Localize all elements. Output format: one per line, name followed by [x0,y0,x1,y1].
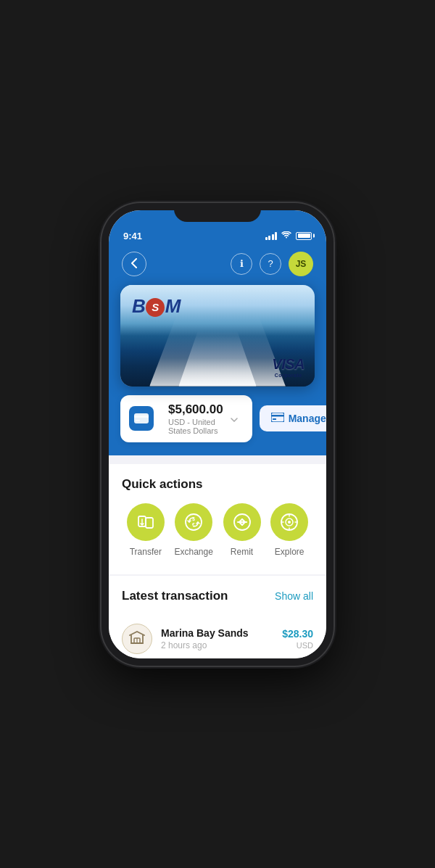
txn-amount-1: $28.30 [282,628,313,640]
header-right: ℹ ? JS [231,252,313,276]
help-button[interactable]: ? [260,253,281,275]
txn-currency-1: USD [282,641,313,650]
transactions-section: Latest transaction Show all [109,576,326,658]
txn-icon-1 [122,624,152,654]
battery-icon [296,232,312,240]
back-button[interactable] [122,252,146,276]
exchange-label: Exchange [174,547,212,557]
info-icon: ℹ [240,258,244,269]
txn-merchant-icon-1 [129,629,145,648]
action-remit[interactable]: Remit [223,503,261,557]
phone-frame: 9:41 [102,203,334,666]
avatar-initials: JS [296,259,307,269]
quick-actions-grid: Transfer $ € [122,503,313,557]
explore-icon-wrap [270,503,308,541]
explore-label: Explore [275,547,304,557]
avatar-button[interactable]: JS [289,252,313,276]
txn-info-1: Marina Bay Sands 2 hours ago [161,627,273,650]
balance-info: $5,600.00 USD - United States Dollars [168,402,223,435]
balance-chevron-icon[interactable] [231,413,238,424]
remit-icon-wrap [223,503,261,541]
remit-label: Remit [231,547,253,557]
phone-notch [174,203,261,222]
balance-amount: $5,600.00 [168,402,223,417]
balance-card: $5,600.00 USD - United States Dollars [120,395,252,442]
visa-label: VISA [272,356,304,373]
show-all-link[interactable]: Show all [275,590,313,602]
card-brand-logo: BSM [132,295,180,318]
svg-point-14 [288,521,291,524]
help-icon: ? [268,258,273,269]
screen-content[interactable]: 9:41 [109,210,326,658]
svg-rect-7 [146,518,153,528]
txn-time-1: 2 hours ago [161,640,273,650]
action-transfer[interactable]: Transfer [127,503,165,557]
signal-icon [265,232,278,240]
action-explore[interactable]: Explore [270,503,308,557]
brand-b: B [132,295,145,317]
card-section: BSM VISA Corporate [109,285,326,455]
card-visa-mark: VISA Corporate [272,356,304,378]
transactions-title: Latest transaction [122,589,228,603]
status-icons [265,231,312,241]
visa-sub-label: Corporate [272,373,304,378]
manage-label: Manage [289,413,326,424]
svg-rect-5 [273,418,276,420]
exchange-icon-wrap: $ € [175,503,212,541]
transactions-header: Latest transaction Show all [122,589,313,603]
action-exchange[interactable]: $ € Exchange [174,503,212,557]
status-time: 9:41 [123,231,142,241]
svg-rect-2 [136,420,140,421]
brand-m: M [165,295,181,317]
svg-text:$: $ [192,516,195,522]
quick-actions-section: Quick actions Transfer [109,464,326,574]
svg-rect-0 [134,413,149,423]
transaction-item: Marina Bay Sands 2 hours ago $28.30 USD [122,615,313,658]
phone-screen: 9:41 [109,210,326,658]
brand-s: S [146,298,165,317]
info-button[interactable]: ℹ [231,253,252,275]
back-arrow-icon [130,258,138,270]
visa-card: BSM VISA Corporate [120,285,315,387]
svg-rect-3 [271,413,284,422]
txn-name-1: Marina Bay Sands [161,627,273,639]
svg-rect-1 [134,416,149,418]
manage-button[interactable]: Manage [260,405,326,431]
svg-rect-4 [271,415,284,417]
app-header: ℹ ? JS [109,246,326,285]
balance-currency: USD - United States Dollars [168,418,223,435]
transfer-icon-wrap [127,503,165,541]
manage-card-icon [271,413,284,424]
quick-actions-title: Quick actions [122,477,313,492]
wifi-icon [281,231,291,241]
balance-card-icon [129,406,154,431]
transfer-label: Transfer [130,547,162,557]
txn-amount-wrap-1: $28.30 USD [282,628,313,650]
